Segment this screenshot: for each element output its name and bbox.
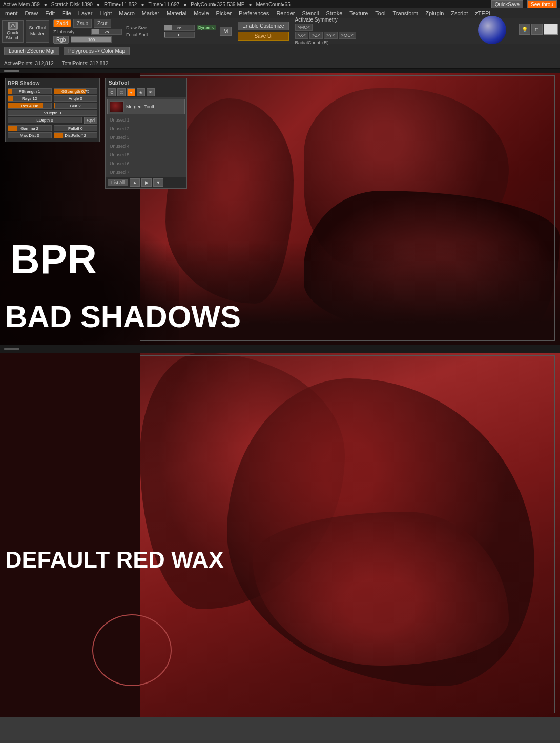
zadd-button[interactable]: Zadd	[53, 19, 71, 27]
main-viewport[interactable]: BPR Shadow FStrength 1 GStrength 0.75 Ra…	[0, 73, 560, 345]
sym-z-button[interactable]: >Z<	[309, 32, 323, 39]
subtool-unused-5[interactable]: Unused 5	[106, 151, 186, 159]
menu-picker[interactable]: Picker	[213, 9, 235, 17]
menu-texture[interactable]: Texture	[346, 9, 371, 17]
list-all-button[interactable]: List All	[108, 179, 128, 186]
floor-icon[interactable]: □	[531, 24, 543, 35]
menu-movie[interactable]: Movie	[191, 9, 212, 17]
subtool-merged-tooth[interactable]: Merged_Tooth	[107, 99, 185, 114]
f-strength-slider[interactable]: FStrength 1	[8, 88, 52, 94]
light-icon[interactable]: 💡	[519, 24, 530, 35]
enable-customize-button[interactable]: Enable Customize	[238, 22, 288, 30]
angle-field: Angle 0	[54, 95, 98, 102]
menu-file[interactable]: File	[59, 9, 74, 17]
rgb-button[interactable]: Rgb	[53, 36, 69, 44]
menu-zscript[interactable]: Zscript	[448, 9, 471, 17]
blur-slider[interactable]: Blur 2	[54, 103, 98, 109]
viewport-2[interactable]: DEFAULT RED WAX	[0, 353, 560, 717]
subtool-icon-1[interactable]: ⊙	[108, 88, 116, 96]
quick-save-button[interactable]: QuickSave	[491, 0, 523, 8]
angle-slider[interactable]: Angle 0	[54, 95, 98, 102]
menu-material[interactable]: Material	[163, 9, 190, 17]
z-intensity-row: Z Intensity 25	[53, 29, 122, 35]
subtool-unused-4[interactable]: Unused 4	[106, 142, 186, 151]
subtool-down-arrow[interactable]: ▼	[153, 178, 163, 187]
menu-ment[interactable]: ment	[2, 9, 20, 17]
spd-button[interactable]: Spd	[84, 117, 97, 124]
menu-macro[interactable]: Macro	[116, 9, 138, 17]
subtool-master-button[interactable]: SubToolMaster	[26, 20, 50, 43]
sep-thumb[interactable]	[4, 348, 19, 350]
menu-transform[interactable]: Transform	[390, 9, 422, 17]
z-intensity-slider[interactable]: 25	[91, 29, 122, 35]
falloff-slider[interactable]: Falloff 0	[54, 125, 98, 131]
menu-light[interactable]: Light	[96, 9, 115, 17]
rays-field: Rays 12	[8, 95, 52, 102]
menu-stencil[interactable]: Stencil	[299, 9, 322, 17]
sym-x2-button[interactable]: >X<	[295, 32, 309, 39]
subtool-title: SubTool	[109, 80, 129, 86]
save-ui-button[interactable]: Save Ui	[238, 32, 288, 41]
r-label: (R)	[322, 40, 329, 45]
subtool-icon-3[interactable]: ◈	[137, 88, 145, 96]
sym-y-button[interactable]: >Y<	[324, 32, 338, 39]
gamma-field: Gamma 2	[8, 125, 52, 131]
material-sphere[interactable]	[478, 16, 506, 44]
dist-falloff-slider[interactable]: DistFalloff 2	[54, 132, 98, 138]
draw-size-slider[interactable]: 26	[164, 25, 195, 31]
svg-rect-0	[10, 23, 16, 29]
menu-draw[interactable]: Draw	[22, 9, 41, 17]
v-depth-slider[interactable]: VDepth 0	[8, 110, 97, 116]
viewport-separator	[0, 345, 560, 353]
menu-marker[interactable]: Marker	[139, 9, 162, 17]
bad-shadows-overlay-text: BAD SHADOWS	[5, 299, 241, 334]
subtool-forward-arrow[interactable]: ▶	[141, 178, 152, 187]
l-depth-label: LDepth 0	[8, 117, 81, 124]
color-swatch[interactable]	[544, 24, 558, 35]
menu-preferences[interactable]: Preferences	[236, 9, 272, 17]
polygroups-color-map-button[interactable]: Polygroups -> Color Map	[64, 47, 130, 55]
quick-sketch-button[interactable]: QuickSketch	[2, 20, 24, 43]
sym-mc-button[interactable]: >MC<	[339, 32, 357, 39]
subtool-up-arrow[interactable]: ▲	[130, 178, 140, 187]
rgb-intensity-slider[interactable]: 100	[71, 36, 112, 43]
menu-zplugin[interactable]: Zplugin	[422, 9, 447, 17]
subtool-icon-active[interactable]: ●	[127, 88, 135, 96]
status-bar: Active Mem 359 ● Scratch Disk 1390 ● RTi…	[0, 0, 560, 8]
subtool-unused-2[interactable]: Unused 2	[106, 125, 186, 133]
menu-tool[interactable]: Tool	[372, 9, 388, 17]
menu-stroke[interactable]: Stroke	[323, 9, 345, 17]
subtool-unused-3[interactable]: Unused 3	[106, 133, 186, 142]
activate-symmetry-label: Activate Symmetry	[295, 17, 357, 23]
launch-zscene-mgr-button[interactable]: Launch ZScene Mgr	[4, 47, 59, 55]
menu-render[interactable]: Render	[273, 9, 298, 17]
bullet2: ●	[97, 2, 100, 7]
zsub-button[interactable]: Zsub	[73, 19, 92, 28]
subtool-master-label: SubToolMaster	[29, 25, 46, 37]
quick-sketch-icon	[8, 22, 18, 30]
subtool-toggle[interactable]: ◎	[117, 88, 126, 96]
gamma-slider[interactable]: Gamma 2	[8, 125, 52, 131]
zcut-button[interactable]: Zcut	[94, 19, 111, 28]
subtool-unused-6[interactable]: Unused 6	[106, 159, 186, 168]
bpr-row-4: VDepth 0	[8, 110, 97, 116]
m-button[interactable]: M	[220, 27, 232, 36]
menu-layer[interactable]: Layer	[75, 9, 96, 17]
menu-edit[interactable]: Edit	[42, 9, 58, 17]
bullet3: ●	[141, 2, 144, 7]
default-red-wax-text: DEFAULT RED WAX	[5, 547, 224, 573]
focal-shift-slider[interactable]: 0	[164, 32, 195, 38]
max-dist-slider[interactable]: Max Dist 0	[8, 132, 52, 138]
subtool-panel-footer: List All ▲ ▶ ▼	[106, 177, 186, 188]
subtool-unused-7[interactable]: Unused 7	[106, 168, 186, 177]
l-depth-slider[interactable]: LDepth 0	[8, 117, 82, 123]
subtool-icon-4[interactable]: 👁	[147, 88, 155, 96]
tiny-thumb[interactable]	[4, 70, 19, 72]
g-strength-slider[interactable]: GStrength 0.75	[54, 88, 98, 94]
see-through-button[interactable]: See-throu	[527, 0, 557, 8]
subtool-unused-1[interactable]: Unused 1	[106, 116, 186, 125]
sym-x1-button[interactable]: >MC<	[295, 24, 313, 31]
res-slider[interactable]: Res 4096	[8, 103, 52, 109]
m-button-section: M	[220, 27, 232, 36]
rays-slider[interactable]: Rays 12	[8, 95, 52, 102]
